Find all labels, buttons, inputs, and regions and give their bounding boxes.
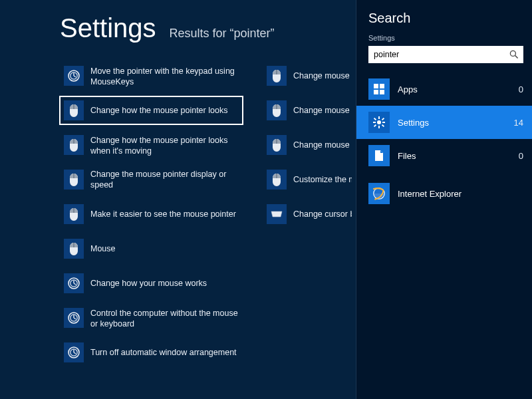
result-label: Make it easier to see the mouse pointer [90,209,236,219]
search-result[interactable]: Change how the mouse pointer looks when … [60,131,243,159]
search-result[interactable]: Change how your mouse works [60,269,243,297]
results-columns: Move the pointer with the keypad using M… [60,62,356,366]
header: Settings Results for “pointer” [60,13,356,43]
settings-search-screen: Settings Results for “pointer” Move the … [0,0,532,399]
mouse-icon [64,100,84,120]
search-pane: Search Settings Apps0Settings14Files0 In… [356,0,532,399]
result-label: Control the computer without the mouse o… [90,308,239,329]
mouse-icon [64,204,84,224]
filter-count: 14 [514,118,523,128]
result-label: Mouse [90,243,116,254]
page-title: Settings [60,13,156,43]
results-column-2: Change mouse settiChange mouse clickChan… [263,62,356,366]
grid-icon [368,78,390,100]
clock-icon [64,308,84,328]
result-label: Change mouse setti [293,70,352,81]
result-label: Customize the mou [293,174,352,185]
search-filter-apps[interactable]: Apps0 [356,72,532,106]
filter-label: Apps [398,84,511,94]
search-box[interactable] [368,46,523,63]
search-result[interactable]: Change how the mouse pointer looks [60,96,243,124]
search-result[interactable]: Change mouse whe [263,131,356,159]
clock-icon [64,273,84,293]
mouse-icon [64,170,84,190]
filter-label: Files [398,151,511,161]
result-label: Change mouse whe [293,140,352,150]
result-label: Change how your mouse works [90,278,207,289]
result-label: Change cursor blink [293,209,352,219]
mouse-icon [267,100,287,120]
results-subtitle: Results for “pointer” [170,27,275,41]
result-label: Change the mouse pointer display or spee… [90,169,239,190]
mouse-icon [267,170,287,190]
keyboard-icon [267,204,287,224]
search-result[interactable]: Turn off automatic window arrangement [60,338,243,366]
mouse-icon [267,66,287,86]
ie-label: Internet Explorer [398,189,462,199]
search-result[interactable]: Change mouse click [263,96,356,124]
search-title: Search [368,11,523,26]
mouse-icon [64,135,84,155]
gear-icon [368,112,390,133]
results-area: Settings Results for “pointer” Move the … [0,0,356,399]
results-column-1: Move the pointer with the keypad using M… [60,62,243,366]
search-result[interactable]: Change mouse setti [263,62,356,90]
search-result[interactable]: Make it easier to see the mouse pointer [60,200,243,228]
search-result[interactable]: Mouse [60,235,243,263]
search-icon[interactable] [509,49,519,60]
search-scope-label: Settings [368,34,523,42]
clock-icon [64,66,84,86]
search-filter-settings[interactable]: Settings14 [356,106,532,139]
mouse-icon [64,239,84,259]
search-input[interactable] [374,50,509,59]
clock-icon [64,342,84,362]
search-result[interactable]: Move the pointer with the keypad using M… [60,62,243,90]
search-filter-files[interactable]: Files0 [356,139,532,172]
result-label: Change how the mouse pointer looks [90,105,227,116]
filter-count: 0 [519,84,523,94]
search-result[interactable]: Change cursor blink [263,200,356,228]
filter-count: 0 [519,151,523,161]
result-label: Change how the mouse pointer looks when … [90,135,239,156]
result-label: Change mouse click [293,105,352,116]
result-label: Turn off automatic window arrangement [90,347,237,358]
search-result[interactable]: Control the computer without the mouse o… [60,304,243,332]
mouse-icon [267,135,287,155]
search-result[interactable]: Customize the mou [263,166,356,194]
ie-shortcut[interactable]: Internet Explorer [368,172,523,204]
search-filter-list: Apps0Settings14Files0 [356,72,532,172]
result-label: Move the pointer with the keypad using M… [90,66,239,87]
search-result[interactable]: Change the mouse pointer display or spee… [60,166,243,194]
file-icon [368,145,390,166]
filter-label: Settings [398,118,506,128]
ie-icon [368,183,390,204]
